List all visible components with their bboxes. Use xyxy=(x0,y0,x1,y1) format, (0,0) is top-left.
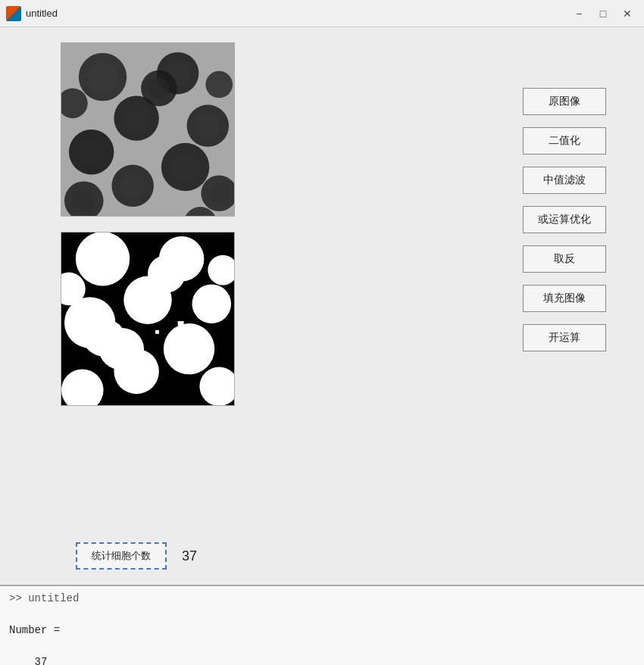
svg-point-38 xyxy=(83,319,126,357)
buttons-area: 原图像 二值化 中值滤波 或运算优化 取反 填充图像 开运算 xyxy=(523,42,629,520)
gui-panel: 原图像 二值化 中值滤波 或运算优化 取反 填充图像 开运算 xyxy=(0,27,644,535)
title-bar-left: untitled xyxy=(6,6,58,21)
console-area: >> untitled Number = 37 fx >> https://bl… xyxy=(0,585,644,665)
svg-point-12 xyxy=(170,152,201,183)
svg-rect-39 xyxy=(178,321,184,326)
svg-point-21 xyxy=(205,71,233,98)
binary-image-container xyxy=(61,232,235,406)
svg-point-14 xyxy=(120,173,145,198)
svg-point-28 xyxy=(192,284,231,323)
close-button[interactable]: ✕ xyxy=(617,5,638,22)
grayscale-image-container xyxy=(61,42,235,217)
maximize-button[interactable]: □ xyxy=(592,5,614,22)
svg-point-18 xyxy=(208,183,230,204)
count-result: 37 xyxy=(182,548,197,564)
images-area xyxy=(15,42,500,520)
binarize-button[interactable]: 二值化 xyxy=(523,127,606,155)
console-line-2 xyxy=(9,607,635,623)
console-line-4 xyxy=(9,638,635,654)
svg-point-25 xyxy=(76,233,130,286)
open-op-button[interactable]: 开运算 xyxy=(523,324,606,351)
title-bar: untitled − □ ✕ xyxy=(0,0,644,27)
median-button[interactable]: 中值滤波 xyxy=(523,167,606,194)
count-button[interactable]: 统计细胞个数 xyxy=(76,542,167,570)
svg-point-20 xyxy=(148,78,170,99)
svg-point-2 xyxy=(88,62,118,92)
svg-point-35 xyxy=(148,255,186,293)
fill-button[interactable]: 填充图像 xyxy=(523,285,606,312)
gui-bottom: 统计细胞个数 37 xyxy=(0,535,644,585)
console-line-3: Number = xyxy=(9,623,635,638)
svg-point-6 xyxy=(123,105,150,132)
invert-button[interactable]: 取反 xyxy=(523,245,606,273)
matlab-icon xyxy=(6,6,21,21)
svg-rect-40 xyxy=(155,330,159,334)
svg-point-30 xyxy=(164,323,214,374)
svg-point-8 xyxy=(195,113,220,139)
svg-point-16 xyxy=(73,189,95,212)
console-line-5: 37 xyxy=(9,654,635,665)
main-window: 原图像 二值化 中值滤波 或运算优化 取反 填充图像 开运算 统计细胞个数 37… xyxy=(0,27,644,665)
blood-cell-image xyxy=(61,43,234,216)
minimize-button[interactable]: − xyxy=(568,5,589,22)
yuantu-button[interactable]: 原图像 xyxy=(523,88,606,115)
title-controls: − □ ✕ xyxy=(568,5,638,22)
console-line-1: >> untitled xyxy=(9,591,635,607)
svg-point-10 xyxy=(78,139,105,166)
window-title: untitled xyxy=(26,8,58,19)
or-optimize-button[interactable]: 或运算优化 xyxy=(523,206,606,233)
binary-image xyxy=(61,233,234,405)
